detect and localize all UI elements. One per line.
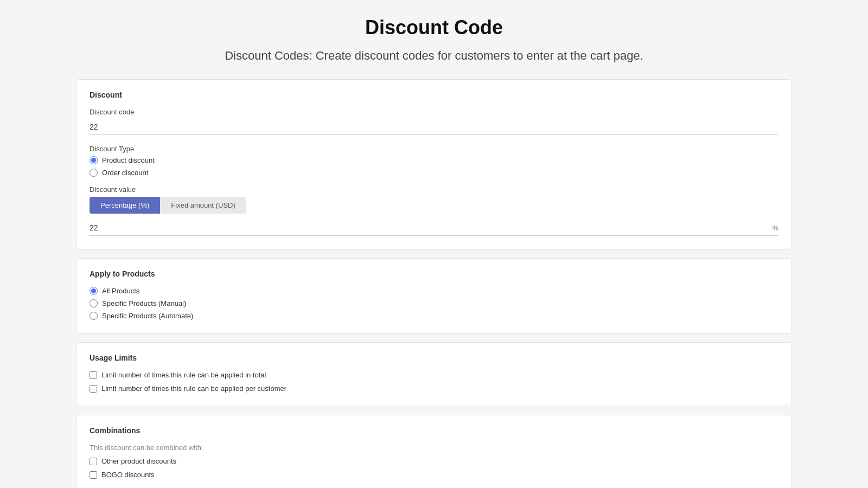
- usage-limits-group: Limit number of times this rule can be a…: [90, 371, 778, 393]
- radio-specific-automate[interactable]: Specific Products (Automate): [90, 312, 778, 320]
- discount-value-input-row: %: [90, 220, 778, 236]
- discount-type-group: Product discount Order discount: [90, 156, 778, 177]
- radio-product-discount-input[interactable]: [90, 156, 98, 164]
- discount-type-label: Discount Type: [90, 145, 778, 153]
- page-subtitle: Discount Codes: Create discount codes fo…: [76, 49, 792, 63]
- discount-value-input[interactable]: [90, 220, 770, 235]
- radio-order-discount[interactable]: Order discount: [90, 169, 778, 177]
- usage-limits-title: Usage Limits: [90, 354, 778, 362]
- checkbox-limit-per-customer[interactable]: Limit number of times this rule can be a…: [90, 384, 778, 393]
- checkbox-bogo-input[interactable]: [90, 471, 97, 479]
- discount-value-section: Discount value Percentage (%) Fixed amou…: [90, 185, 778, 236]
- discount-code-input[interactable]: [90, 119, 778, 135]
- combinations-section: Combinations This discount can be combin…: [76, 415, 792, 488]
- discount-section-title: Discount: [90, 91, 778, 99]
- percentage-toggle-btn[interactable]: Percentage (%): [90, 197, 160, 214]
- fixed-amount-toggle-btn[interactable]: Fixed amount (USD): [160, 197, 246, 214]
- radio-all-products-input[interactable]: [90, 287, 98, 295]
- combinations-group: Other product discounts BOGO discounts: [90, 457, 778, 479]
- combinations-title: Combinations: [90, 426, 778, 435]
- discount-value-label: Discount value: [90, 185, 778, 194]
- usage-limits-section: Usage Limits Limit number of times this …: [76, 342, 792, 406]
- page-title: Discount Code: [76, 16, 792, 39]
- radio-specific-automate-input[interactable]: [90, 312, 98, 320]
- value-suffix: %: [770, 224, 778, 232]
- discount-value-toggle: Percentage (%) Fixed amount (USD): [90, 197, 778, 214]
- apply-products-section: Apply to Products All Products Specific …: [76, 258, 792, 333]
- discount-code-field: Discount code: [90, 108, 778, 135]
- checkbox-other-product[interactable]: Other product discounts: [90, 457, 778, 465]
- checkbox-limit-per-customer-input[interactable]: [90, 385, 97, 393]
- checkbox-other-product-input[interactable]: [90, 458, 97, 465]
- combinations-subtitle: This discount can be combined with:: [90, 444, 778, 452]
- radio-order-discount-input[interactable]: [90, 169, 98, 177]
- apply-products-title: Apply to Products: [90, 269, 778, 278]
- discount-code-label: Discount code: [90, 108, 778, 116]
- radio-all-products[interactable]: All Products: [90, 287, 778, 295]
- apply-products-group: All Products Specific Products (Manual) …: [90, 287, 778, 320]
- checkbox-bogo[interactable]: BOGO discounts: [90, 471, 778, 479]
- page-container: Discount Code Discount Codes: Create dis…: [54, 0, 814, 488]
- checkbox-limit-total-input[interactable]: [90, 371, 97, 379]
- radio-specific-manual[interactable]: Specific Products (Manual): [90, 299, 778, 307]
- discount-section: Discount Discount code Discount Type Pro…: [76, 79, 792, 249]
- radio-product-discount[interactable]: Product discount: [90, 156, 778, 164]
- discount-type-field: Discount Type Product discount Order dis…: [90, 145, 778, 177]
- radio-specific-manual-input[interactable]: [90, 299, 98, 307]
- checkbox-limit-total[interactable]: Limit number of times this rule can be a…: [90, 371, 778, 379]
